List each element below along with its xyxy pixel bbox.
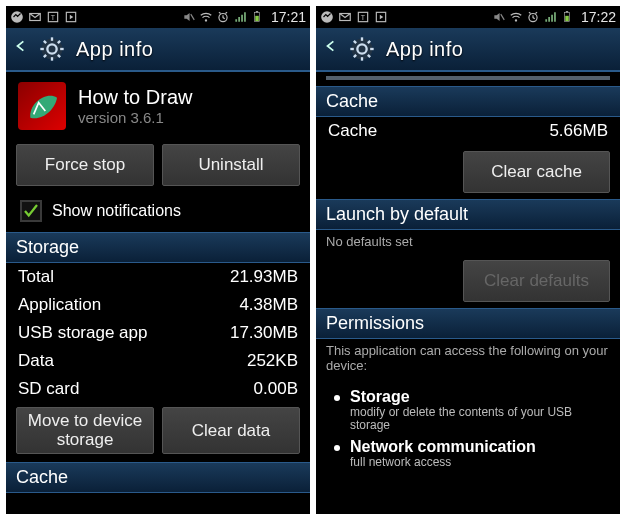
mute-icon — [492, 10, 506, 24]
clock-text: 17:22 — [581, 9, 616, 25]
signal-icon — [233, 10, 247, 24]
t-icon: T — [46, 10, 60, 24]
cache-row: Cache 5.66MB — [316, 117, 620, 145]
svg-line-38 — [354, 41, 356, 43]
gear-icon — [38, 35, 66, 63]
svg-rect-31 — [565, 16, 569, 21]
battery-icon — [560, 10, 574, 24]
storage-data-row: Data 252KB — [6, 347, 310, 375]
storage-app-value: 4.38MB — [239, 295, 298, 315]
battery-icon — [250, 10, 264, 24]
wifi-icon — [509, 10, 523, 24]
header-title: App info — [386, 38, 463, 61]
permission-title: Storage — [350, 388, 602, 406]
svg-text:T: T — [51, 14, 56, 21]
section-cache: Cache — [6, 462, 310, 493]
alarm-icon — [216, 10, 230, 24]
svg-line-19 — [44, 55, 46, 57]
move-to-device-button[interactable]: Move to device storage — [16, 407, 154, 454]
clear-data-button[interactable]: Clear data — [162, 407, 300, 454]
header-bar: App info — [316, 28, 620, 72]
play-icon — [64, 10, 78, 24]
permission-desc: full network access — [350, 456, 536, 469]
app-name: How to Draw — [78, 86, 192, 109]
svg-line-17 — [44, 41, 46, 43]
svg-line-18 — [58, 55, 60, 57]
show-notifications-row[interactable]: Show notifications — [6, 194, 310, 232]
phone-left: T 17:21 App info How to Draw version 3.6… — [6, 6, 310, 514]
clock-text: 17:21 — [271, 9, 306, 25]
storage-app-row: Application 4.38MB — [6, 291, 310, 319]
messenger-icon — [320, 10, 334, 24]
t-icon: T — [356, 10, 370, 24]
storage-usb-label: USB storage app — [18, 323, 147, 343]
storage-app-label: Application — [18, 295, 101, 315]
phone-right: T 17:22 App info Cache Cache 5.66MB Clea… — [316, 6, 620, 514]
show-notifications-label: Show notifications — [52, 202, 181, 220]
back-icon[interactable] — [14, 39, 28, 59]
storage-usb-value: 17.30MB — [230, 323, 298, 343]
gear-icon — [348, 35, 376, 63]
permission-network: Network communication full network acces… — [334, 438, 602, 469]
section-cache: Cache — [316, 86, 620, 117]
play-icon — [374, 10, 388, 24]
no-defaults-text: No defaults set — [316, 230, 620, 254]
svg-point-27 — [515, 19, 517, 21]
permission-storage: Storage modify or delete the contents of… — [334, 388, 602, 432]
svg-line-5 — [191, 14, 195, 20]
mail-icon — [338, 10, 352, 24]
status-bar: T 17:21 — [6, 6, 310, 28]
status-bar: T 17:22 — [316, 6, 620, 28]
storage-data-label: Data — [18, 351, 54, 371]
permission-title: Network communication — [350, 438, 536, 456]
svg-line-41 — [368, 41, 370, 43]
permissions-intro: This application can access the followin… — [316, 339, 620, 378]
mute-icon — [182, 10, 196, 24]
alarm-icon — [526, 10, 540, 24]
storage-total-value: 21.93MB — [230, 267, 298, 287]
clear-defaults-button[interactable]: Clear defaults — [463, 260, 610, 302]
svg-line-40 — [354, 55, 356, 57]
section-launch: Launch by default — [316, 199, 620, 230]
header-title: App info — [76, 38, 153, 61]
header-bar: App info — [6, 28, 310, 72]
svg-point-0 — [11, 11, 23, 23]
storage-data-value: 252KB — [247, 351, 298, 371]
scroll-hint — [326, 76, 610, 80]
cache-label: Cache — [328, 121, 377, 141]
clear-cache-button[interactable]: Clear cache — [463, 151, 610, 193]
storage-sd-value: 0.00B — [254, 379, 298, 399]
svg-rect-30 — [566, 11, 568, 12]
cache-value: 5.66MB — [549, 121, 608, 141]
messenger-icon — [10, 10, 24, 24]
bullet-icon — [334, 445, 340, 451]
checkbox-checked-icon[interactable] — [20, 200, 42, 222]
storage-sd-row: SD card 0.00B — [6, 375, 310, 403]
uninstall-button[interactable]: Uninstall — [162, 144, 300, 186]
storage-total-row: Total 21.93MB — [6, 263, 310, 291]
svg-line-20 — [58, 41, 60, 43]
app-version: version 3.6.1 — [78, 109, 192, 126]
back-icon[interactable] — [324, 39, 338, 59]
svg-point-6 — [205, 19, 207, 21]
mail-icon — [28, 10, 42, 24]
signal-icon — [543, 10, 557, 24]
wifi-icon — [199, 10, 213, 24]
svg-line-39 — [368, 55, 370, 57]
bullet-icon — [334, 395, 340, 401]
force-stop-button[interactable]: Force stop — [16, 144, 154, 186]
svg-point-21 — [321, 11, 333, 23]
section-storage: Storage — [6, 232, 310, 263]
svg-text:T: T — [361, 14, 366, 21]
storage-sd-label: SD card — [18, 379, 79, 399]
app-summary: How to Draw version 3.6.1 — [6, 72, 310, 140]
storage-usb-row: USB storage app 17.30MB — [6, 319, 310, 347]
storage-total-label: Total — [18, 267, 54, 287]
section-permissions: Permissions — [316, 308, 620, 339]
svg-rect-9 — [256, 11, 258, 12]
svg-rect-10 — [255, 16, 259, 21]
permission-desc: modify or delete the contents of your US… — [350, 406, 602, 432]
svg-line-26 — [501, 14, 505, 20]
app-icon — [18, 82, 66, 130]
